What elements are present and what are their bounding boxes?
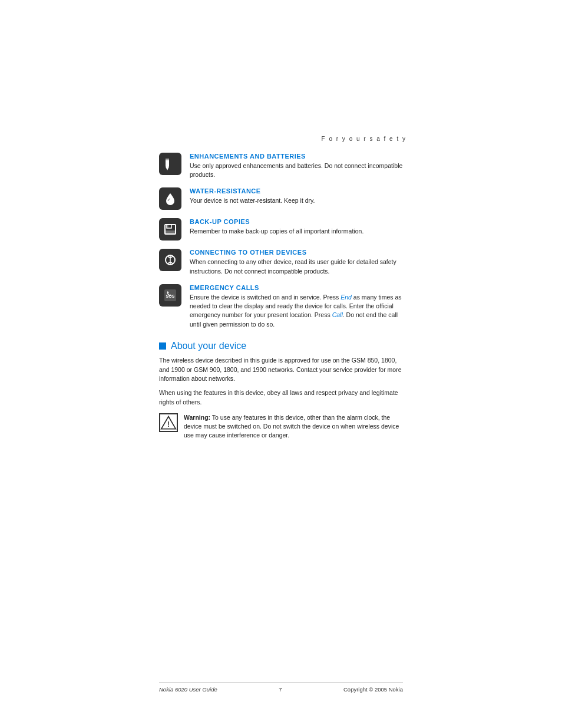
blue-square-icon (159, 342, 166, 350)
svg-text:!: ! (167, 420, 170, 429)
connecting-text: CONNECTING TO OTHER DEVICES When connect… (190, 249, 406, 275)
connecting-body: When connecting to any other device, rea… (190, 258, 406, 275)
about-section: About your device The wireless device de… (159, 341, 406, 440)
backup-body: Remember to make back-up copies of all i… (190, 227, 406, 236)
page: F o r y o u r s a f e t y ENHANCEMENTS A… (0, 0, 562, 728)
emergency-section: SOS EMERGENCY CALLS Ensure the device is… (159, 284, 406, 329)
enhancements-section: ENHANCEMENTS AND BATTERIES Use only appr… (159, 153, 406, 179)
svg-rect-2 (166, 159, 169, 160)
backup-icon (159, 218, 181, 241)
water-text: WATER-RESISTANCE Your device is not wate… (190, 187, 406, 205)
call-link: Call (332, 311, 343, 318)
svg-marker-1 (166, 167, 169, 170)
connecting-section: CONNECTING TO OTHER DEVICES When connect… (159, 249, 406, 275)
backup-section: BACK-UP COPIES Remember to make back-up … (159, 218, 406, 241)
about-title: About your device (171, 341, 246, 351)
about-heading: About your device (159, 341, 406, 351)
emergency-body: Ensure the device is switched on and in … (190, 293, 406, 329)
warning-bold: Warning: (184, 414, 210, 421)
enhancements-icon (159, 153, 181, 175)
enhancements-body: Use only approved enhancements and batte… (190, 162, 406, 179)
backup-title: BACK-UP COPIES (190, 218, 406, 225)
footer-page-number: 7 (279, 686, 282, 693)
emergency-icon: SOS (159, 284, 181, 307)
emergency-title: EMERGENCY CALLS (190, 284, 406, 291)
footer-left: Nokia 6020 User Guide (159, 686, 217, 693)
end-link: End (340, 294, 352, 301)
about-para1: The wireless device described in this gu… (159, 356, 406, 384)
emergency-text: EMERGENCY CALLS Ensure the device is swi… (190, 284, 406, 329)
water-title: WATER-RESISTANCE (190, 187, 406, 195)
svg-rect-5 (165, 230, 176, 234)
water-section: WATER-RESISTANCE Your device is not wate… (159, 187, 406, 210)
backup-text: BACK-UP COPIES Remember to make back-up … (190, 218, 406, 236)
warning-triangle-icon: ! (159, 413, 178, 432)
section-header: F o r y o u r s a f e t y (159, 136, 406, 142)
about-para2: When using the features in this device, … (159, 388, 406, 407)
footer-right: Copyright © 2005 Nokia (343, 686, 403, 693)
warning-text: Warning: To use any features in this dev… (184, 413, 406, 440)
water-icon (159, 187, 181, 210)
warning-body: To use any features in this device, othe… (184, 414, 399, 439)
water-body: Your device is not water-resistant. Keep… (190, 196, 406, 205)
footer: Nokia 6020 User Guide 7 Copyright © 2005… (159, 682, 403, 693)
enhancements-text: ENHANCEMENTS AND BATTERIES Use only appr… (190, 153, 406, 179)
connecting-icon (159, 249, 181, 271)
content-area: F o r y o u r s a f e t y ENHANCEMENTS A… (159, 136, 406, 440)
warning-box: ! Warning: To use any features in this d… (159, 413, 406, 440)
enhancements-title: ENHANCEMENTS AND BATTERIES (190, 153, 406, 160)
connecting-title: CONNECTING TO OTHER DEVICES (190, 249, 406, 256)
